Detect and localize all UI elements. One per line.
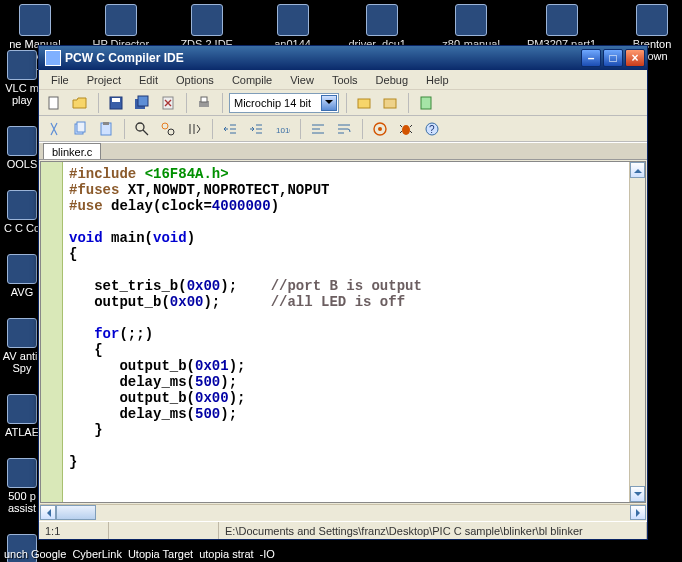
vertical-scrollbar[interactable] [629,162,645,502]
project-open-button[interactable] [353,92,375,114]
toggle-bookmark-button[interactable]: 1010 [271,118,293,140]
desktop-icon[interactable]: ATLAE [2,394,42,438]
menu-help[interactable]: Help [418,72,457,88]
menu-edit[interactable]: Edit [131,72,166,88]
desktop-label: unch Google [4,548,66,560]
svg-text:?: ? [429,124,435,135]
svg-rect-8 [358,99,370,108]
desktop-icon[interactable]: PM3207.part1 [527,4,596,50]
desktop-left-col: VLC m play OOLS C C Co AVG AV anti-Spy A… [2,50,42,562]
save-all-button[interactable] [131,92,153,114]
find-button[interactable] [131,118,153,140]
desktop-icon[interactable]: z80-manual [441,4,501,50]
editor-tabbar: blinker.c [39,142,647,160]
new-file-button[interactable] [43,92,65,114]
svg-point-20 [378,127,382,131]
wrap-toggle-button[interactable] [333,118,355,140]
menu-file[interactable]: File [43,72,77,88]
scroll-track[interactable] [56,505,630,520]
project-close-button[interactable] [379,92,401,114]
menu-view[interactable]: View [282,72,322,88]
desktop-icon[interactable]: VLC m play [2,50,42,106]
desktop-icon[interactable]: OOLS [2,126,42,170]
desktop-label: utopia strat [199,548,253,560]
paste-button[interactable] [95,118,117,140]
tab-blinker[interactable]: blinker.c [43,143,101,159]
menu-options[interactable]: Options [168,72,222,88]
scroll-down-button[interactable] [630,486,645,502]
desktop-icon[interactable]: 500 p assist [2,458,42,514]
desktop-icon[interactable]: an0144 [263,4,323,50]
minimize-button[interactable]: – [581,49,601,67]
indent-button[interactable] [245,118,267,140]
toolbar-2: 1010 ? [39,116,647,142]
desktop-icon[interactable]: driver_dcu1... [349,4,416,50]
align-left-button[interactable] [307,118,329,140]
menu-project[interactable]: Project [79,72,129,88]
desktop-icon[interactable]: HP Director [91,4,151,50]
desktop-icon[interactable]: AVG [2,254,42,298]
find-next-button[interactable] [183,118,205,140]
svg-rect-10 [421,97,431,109]
copy-button[interactable] [69,118,91,140]
desktop-bottom: unch Google CyberLink Utopia Target utop… [0,548,682,560]
menu-debug[interactable]: Debug [368,72,416,88]
separator [209,119,215,139]
scroll-track[interactable] [630,178,645,486]
outdent-button[interactable] [219,118,241,140]
chip-select-dropdown[interactable]: Microchip 14 bit [229,93,339,113]
editor-gutter [41,162,63,502]
svg-point-17 [168,129,174,135]
menu-compile[interactable]: Compile [224,72,280,88]
separator [297,119,303,139]
scroll-thumb[interactable] [56,505,96,520]
close-file-button[interactable] [157,92,179,114]
scroll-right-button[interactable] [630,505,646,520]
scroll-up-button[interactable] [630,162,645,178]
separator [343,93,349,113]
toolbar-1: Microchip 14 bit [39,90,647,116]
debug-button[interactable] [395,118,417,140]
menubar: File Project Edit Options Compile View T… [39,70,647,90]
desktop-label: -IO [260,548,275,560]
close-button[interactable]: × [625,49,645,67]
desktop-label: Img00017 [629,548,678,560]
svg-point-21 [402,125,410,135]
separator [121,119,127,139]
compile-button[interactable] [369,118,391,140]
separator [219,93,225,113]
statusbar: 1:1 E:\Documents and Settings\franz\Desk… [39,521,647,539]
svg-rect-14 [103,122,109,125]
help-button[interactable]: ? [421,118,443,140]
separator [183,93,189,113]
separator [95,93,101,113]
save-button[interactable] [105,92,127,114]
status-cursor: 1:1 [39,522,109,539]
horizontal-scrollbar[interactable] [40,504,646,520]
desktop-icon[interactable]: C C Co [2,190,42,234]
desktop-icon[interactable]: ZDS 2 IDE [177,4,237,50]
titlebar[interactable]: PCW C Compiler IDE – □ × [39,46,647,70]
svg-rect-9 [384,99,396,108]
separator [359,119,365,139]
status-blank [109,522,219,539]
desktop-label: CyberLink [72,548,122,560]
menu-tools[interactable]: Tools [324,72,366,88]
desktop-icon[interactable]: AV anti-Spy [2,318,42,374]
code-area[interactable]: #include <16F84A.h> #fuses XT,NOWDT,NOPR… [63,162,629,502]
window-title: PCW C Compiler IDE [65,51,579,65]
chevron-down-icon[interactable] [321,95,337,111]
svg-point-15 [136,123,144,131]
cut-button[interactable] [43,118,65,140]
app-window: PCW C Compiler IDE – □ × File Project Ed… [38,45,648,540]
svg-rect-7 [201,97,207,102]
scroll-left-button[interactable] [40,505,56,520]
dropdown-selected: Microchip 14 bit [234,97,311,109]
open-file-button[interactable] [69,92,91,114]
app-icon [45,50,61,66]
svg-rect-12 [77,122,85,132]
manual-button[interactable] [415,92,437,114]
replace-button[interactable] [157,118,179,140]
print-button[interactable] [193,92,215,114]
maximize-button[interactable]: □ [603,49,623,67]
